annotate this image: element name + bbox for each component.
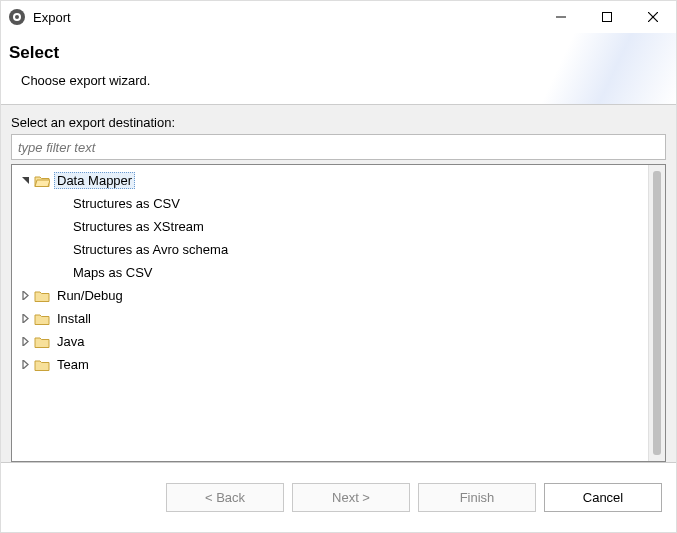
tree-category-label: Run/Debug (54, 287, 126, 304)
tree-item-label: Structures as Avro schema (70, 241, 231, 258)
export-dialog: Export Select Choose export wizard. Sele… (0, 0, 677, 533)
minimize-button[interactable] (538, 1, 584, 33)
folder-icon (34, 358, 50, 372)
tree-item-label: Maps as CSV (70, 264, 155, 281)
tree-item[interactable]: Structures as XStream (12, 215, 648, 238)
tree-item-label: Structures as CSV (70, 195, 183, 212)
scrollbar[interactable] (648, 165, 665, 461)
folder-icon (34, 335, 50, 349)
next-button[interactable]: Next > (292, 483, 410, 512)
wizard-body: Select an export destination: Data Mappe… (1, 105, 676, 462)
svg-rect-3 (603, 13, 612, 22)
tree-item[interactable]: Maps as CSV (12, 261, 648, 284)
finish-button[interactable]: Finish (418, 483, 536, 512)
scrollbar-thumb[interactable] (653, 171, 661, 455)
destination-label: Select an export destination: (11, 115, 666, 130)
tree-category[interactable]: Install (12, 307, 648, 330)
tree-container: Data MapperStructures as CSVStructures a… (11, 164, 666, 462)
close-button[interactable] (630, 1, 676, 33)
tree-category-label: Install (54, 310, 94, 327)
tree-item[interactable]: Structures as CSV (12, 192, 648, 215)
page-title: Select (9, 43, 668, 63)
tree-category-label: Java (54, 333, 87, 350)
tree-category-label: Team (54, 356, 92, 373)
chevron-down-icon[interactable] (18, 174, 32, 188)
window-controls (538, 1, 676, 33)
maximize-button[interactable] (584, 1, 630, 33)
tree-category[interactable]: Team (12, 353, 648, 376)
tree-category-label: Data Mapper (54, 172, 135, 189)
button-bar: < Back Next > Finish Cancel (1, 462, 676, 532)
svg-point-1 (15, 15, 19, 19)
wizard-header: Select Choose export wizard. (1, 33, 676, 105)
tree-item-label: Structures as XStream (70, 218, 207, 235)
chevron-right-icon[interactable] (18, 312, 32, 326)
tree-category[interactable]: Data Mapper (12, 169, 648, 192)
app-icon (9, 9, 25, 25)
cancel-button[interactable]: Cancel (544, 483, 662, 512)
export-tree[interactable]: Data MapperStructures as CSVStructures a… (12, 165, 648, 461)
back-button[interactable]: < Back (166, 483, 284, 512)
filter-input[interactable] (11, 134, 666, 160)
tree-item[interactable]: Structures as Avro schema (12, 238, 648, 261)
window-title: Export (33, 10, 71, 25)
chevron-right-icon[interactable] (18, 358, 32, 372)
folder-icon (34, 289, 50, 303)
titlebar: Export (1, 1, 676, 33)
chevron-right-icon[interactable] (18, 289, 32, 303)
tree-category[interactable]: Java (12, 330, 648, 353)
folder-icon (34, 174, 50, 188)
chevron-right-icon[interactable] (18, 335, 32, 349)
page-subtitle: Choose export wizard. (21, 73, 668, 88)
tree-category[interactable]: Run/Debug (12, 284, 648, 307)
folder-icon (34, 312, 50, 326)
